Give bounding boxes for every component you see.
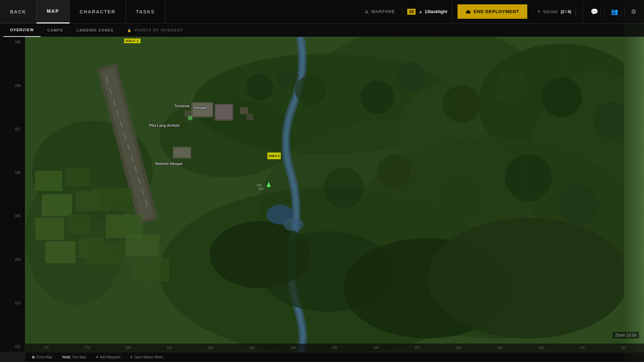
hint-zoom-label: Zoom Map [36, 355, 52, 359]
svg-point-66 [247, 74, 273, 101]
svg-point-73 [495, 70, 528, 104]
bcoord-180: 180 [125, 346, 131, 350]
hint-waypoint: + Add Waypoint [96, 355, 120, 359]
svg-point-80 [558, 184, 599, 225]
bottom-coord-bar: 178 179 180 181 182 183 184 185 186 187 … [25, 344, 644, 352]
chevron-down-icon: ▼ [537, 10, 541, 13]
svg-rect-16 [65, 168, 89, 186]
divider [604, 7, 605, 17]
chat-button[interactable]: 💬 [588, 6, 601, 17]
bcoord-191: 191 [579, 346, 585, 350]
points-of-interest-tab[interactable]: 🔒 POINTS OF INTEREST [120, 23, 190, 37]
svg-rect-31 [216, 105, 232, 119]
svg-rect-27 [132, 258, 169, 282]
hint-marker: ≡ Open Marker Menu [130, 355, 163, 359]
sub-nav: OVERVIEW CAMPS LANDING ZONES 🔒 POINTS OF… [0, 23, 644, 37]
camps-tab[interactable]: CAMPS [41, 23, 70, 37]
bcoord-189: 189 [497, 346, 502, 350]
hint-pan: Hold: Pan Map [62, 355, 86, 359]
svg-rect-34 [247, 114, 253, 120]
svg-rect-19 [35, 218, 64, 240]
player-level: 16 [407, 9, 416, 15]
svg-rect-36 [174, 148, 190, 157]
warfare-icon: ⚔ [364, 8, 369, 15]
svg-rect-24 [106, 215, 143, 238]
coord-159: 159 [2, 40, 23, 44]
svg-point-76 [324, 168, 364, 208]
svg-text:155: 155 [258, 187, 263, 191]
bcoord-190: 190 [538, 346, 544, 350]
hint-pan-key: Hold: [62, 355, 71, 359]
svg-rect-33 [240, 107, 248, 114]
coord-155: 155 [2, 214, 23, 218]
character-tab[interactable]: CHARACTER [70, 0, 126, 23]
golf1-marker: GOLF 1 [124, 39, 141, 43]
bcoord-183: 183 [249, 346, 255, 350]
hint-waypoint-label: Add Waypoint [100, 355, 120, 359]
settings-button[interactable]: ⚙ [628, 6, 639, 17]
svg-point-79 [505, 154, 552, 201]
svg-point-74 [542, 77, 582, 117]
map-tab[interactable]: MAP [37, 0, 69, 23]
squad-section: ▼ SQUAD (2 / 4) [532, 0, 583, 23]
right-scenery [624, 0, 644, 362]
svg-rect-26 [126, 235, 159, 256]
map-area[interactable]: GOLF 2 184 155 GOLF 1 Terminal Hangar Ph… [25, 37, 644, 352]
coord-158: 158 [2, 84, 23, 87]
squad-count: (2 / 4) [561, 9, 571, 14]
top-nav: BACK MAP CHARACTER TASKS ⚔ WARFARE 16 ▲ … [0, 0, 644, 23]
hint-zoom-key: ⊞ [32, 355, 35, 359]
hint-pan-label: Pan Map [72, 355, 86, 359]
bcoord-184: 184 [290, 346, 296, 350]
svg-rect-25 [86, 241, 126, 265]
coord-bar: 159 158 157 156 155 154 153 152 [0, 37, 25, 352]
action-icons: 💬 👥 ⚙ [583, 6, 644, 17]
warfare-label: WARFARE [371, 9, 395, 14]
hint-marker-label: Open Marker Menu [134, 355, 163, 359]
players-button[interactable]: 👥 [608, 6, 621, 17]
landing-zones-tab[interactable]: LANDING ZONES [70, 23, 120, 37]
svg-rect-20 [67, 215, 91, 235]
bcoord-192: 192 [621, 346, 626, 350]
svg-point-70 [361, 80, 394, 114]
divider2 [625, 7, 625, 17]
back-button[interactable]: BACK [0, 0, 37, 23]
svg-point-67 [275, 65, 299, 89]
svg-point-86 [283, 218, 304, 231]
svg-rect-15 [35, 171, 62, 191]
player-name: 13lacklight [425, 9, 447, 14]
bcoord-179: 179 [84, 346, 90, 350]
player-section: 16 ▲ 13lacklight [402, 0, 452, 23]
bcoord-182: 182 [208, 346, 214, 350]
exit-icon: ⏏ [466, 8, 471, 15]
bcoord-178: 178 [43, 346, 49, 350]
squad-label: SQUAD [543, 10, 558, 14]
bcoord-188: 188 [455, 346, 461, 350]
bcoord-181: 181 [167, 346, 172, 350]
tasks-tab[interactable]: TASKS [126, 0, 165, 23]
map-terrain: GOLF 2 184 155 [25, 37, 644, 352]
svg-rect-21 [45, 241, 75, 263]
svg-text:GOLF 2: GOLF 2 [269, 154, 280, 158]
end-deployment-button[interactable]: ⏏ END DEPLOYMENT [458, 4, 527, 19]
coord-157: 157 [2, 127, 23, 131]
player-icon: ▲ [418, 9, 423, 14]
overview-tab[interactable]: OVERVIEW [3, 23, 41, 37]
hint-waypoint-key: + [96, 355, 98, 359]
bcoord-187: 187 [414, 346, 420, 350]
warfare-section: ⚔ WARFARE [358, 8, 402, 15]
svg-point-69 [330, 67, 357, 94]
coord-156: 156 [2, 171, 23, 175]
bcoord-186: 186 [373, 346, 379, 350]
coord-153: 153 [2, 301, 23, 305]
svg-point-77 [377, 154, 411, 188]
zoom-indicator: Zoom 10.0x [612, 332, 639, 339]
coord-152: 152 [2, 345, 23, 349]
svg-rect-17 [42, 194, 72, 216]
nav-divider-1 [576, 8, 576, 15]
svg-rect-23 [92, 188, 132, 211]
lock-icon: 🔒 [127, 28, 132, 32]
bottom-hints-bar: ⊞ Zoom Map Hold: Pan Map + Add Waypoint … [25, 352, 644, 362]
svg-point-78 [439, 176, 483, 220]
hint-marker-key: ≡ [130, 355, 132, 359]
